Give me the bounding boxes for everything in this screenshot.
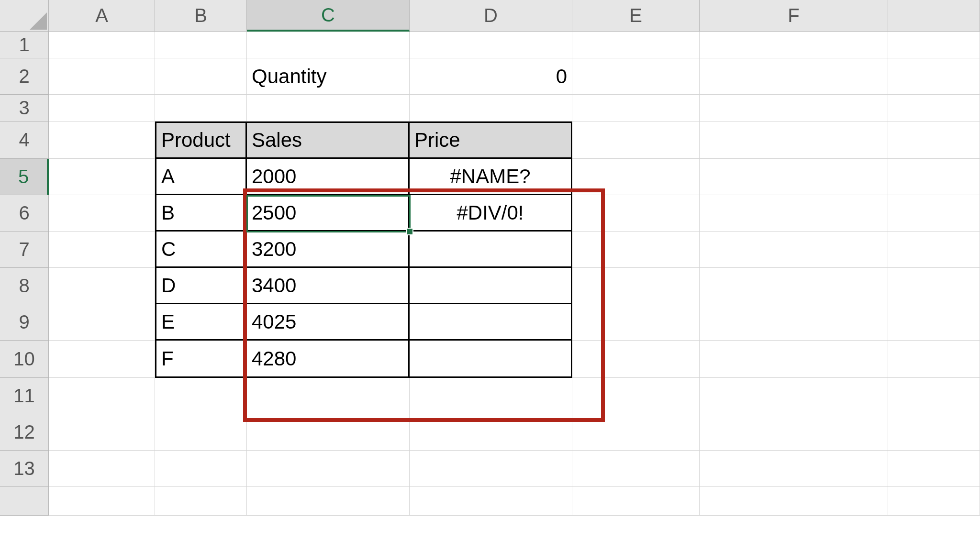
cell-D8[interactable] xyxy=(410,268,572,304)
cell-B12[interactable] xyxy=(155,414,247,451)
cell-partial-13[interactable] xyxy=(888,451,980,487)
row-header-10[interactable]: 10 xyxy=(0,341,49,378)
cell-E6[interactable] xyxy=(572,195,700,232)
row-header-11[interactable]: 11 xyxy=(0,378,49,414)
cell-A11[interactable] xyxy=(49,378,155,414)
cell-E12[interactable] xyxy=(572,414,700,451)
column-header-E[interactable]: E xyxy=(572,0,700,32)
row-header-1[interactable]: 1 xyxy=(0,32,49,58)
cell-B11[interactable] xyxy=(155,378,247,414)
cell-E8[interactable] xyxy=(572,268,700,304)
cell-A6[interactable] xyxy=(49,195,155,232)
cell-A1[interactable] xyxy=(49,32,155,58)
cell-E14[interactable] xyxy=(572,487,700,516)
cell-D10[interactable] xyxy=(410,341,572,378)
cell-C13[interactable] xyxy=(247,451,410,487)
cell-B5[interactable]: A xyxy=(155,159,247,195)
cell-A4[interactable] xyxy=(49,121,155,159)
cell-E11[interactable] xyxy=(572,378,700,414)
cell-partial-1[interactable] xyxy=(888,32,980,58)
column-header-partial[interactable] xyxy=(888,0,980,32)
cell-C12[interactable] xyxy=(247,414,410,451)
cell-B2[interactable] xyxy=(155,58,247,95)
cell-D3[interactable] xyxy=(410,95,572,121)
column-header-A[interactable]: A xyxy=(49,0,155,32)
row-header-7[interactable]: 7 xyxy=(0,232,49,268)
cell-D11[interactable] xyxy=(410,378,572,414)
cell-B14[interactable] xyxy=(155,487,247,516)
cell-F4[interactable] xyxy=(700,121,888,159)
cell-D4[interactable]: Price xyxy=(410,121,572,159)
cell-partial-2[interactable] xyxy=(888,58,980,95)
row-header-4[interactable]: 4 xyxy=(0,121,49,159)
cell-F2[interactable] xyxy=(700,58,888,95)
cell-F9[interactable] xyxy=(700,304,888,341)
row-header-14[interactable] xyxy=(0,487,49,516)
cell-A3[interactable] xyxy=(49,95,155,121)
row-header-2[interactable]: 2 xyxy=(0,58,49,95)
cell-C10[interactable]: 4280 xyxy=(247,341,410,378)
cell-F11[interactable] xyxy=(700,378,888,414)
cell-A13[interactable] xyxy=(49,451,155,487)
cell-partial-7[interactable] xyxy=(888,232,980,268)
cell-C14[interactable] xyxy=(247,487,410,516)
row-header-5[interactable]: 5 xyxy=(0,159,49,195)
cell-E13[interactable] xyxy=(572,451,700,487)
cell-B1[interactable] xyxy=(155,32,247,58)
cell-F3[interactable] xyxy=(700,95,888,121)
cell-D7[interactable] xyxy=(410,232,572,268)
cell-F5[interactable] xyxy=(700,159,888,195)
cell-E4[interactable] xyxy=(572,121,700,159)
column-header-B[interactable]: B xyxy=(155,0,247,32)
cell-D13[interactable] xyxy=(410,451,572,487)
cell-F7[interactable] xyxy=(700,232,888,268)
cell-partial-14[interactable] xyxy=(888,487,980,516)
cell-C9[interactable]: 4025 xyxy=(247,304,410,341)
cell-A8[interactable] xyxy=(49,268,155,304)
cell-A10[interactable] xyxy=(49,341,155,378)
cell-C8[interactable]: 3400 xyxy=(247,268,410,304)
cell-D6[interactable]: #DIV/0! xyxy=(410,195,572,232)
cell-partial-3[interactable] xyxy=(888,95,980,121)
cell-A5[interactable] xyxy=(49,159,155,195)
cell-C5[interactable]: 2000 xyxy=(247,159,410,195)
cell-C7[interactable]: 3200 xyxy=(247,232,410,268)
cell-E2[interactable] xyxy=(572,58,700,95)
cell-F6[interactable] xyxy=(700,195,888,232)
cell-D2[interactable]: 0 xyxy=(410,58,572,95)
cell-D14[interactable] xyxy=(410,487,572,516)
cell-B7[interactable]: C xyxy=(155,232,247,268)
row-header-9[interactable]: 9 xyxy=(0,304,49,341)
cell-A14[interactable] xyxy=(49,487,155,516)
cell-C1[interactable] xyxy=(247,32,410,58)
row-header-6[interactable]: 6 xyxy=(0,195,49,232)
row-header-13[interactable]: 13 xyxy=(0,451,49,487)
cell-E7[interactable] xyxy=(572,232,700,268)
cell-C11[interactable] xyxy=(247,378,410,414)
cell-B3[interactable] xyxy=(155,95,247,121)
cell-F8[interactable] xyxy=(700,268,888,304)
cell-A2[interactable] xyxy=(49,58,155,95)
row-header-3[interactable]: 3 xyxy=(0,95,49,121)
cell-C6[interactable]: 2500 xyxy=(247,195,410,232)
cell-partial-5[interactable] xyxy=(888,159,980,195)
column-header-F[interactable]: F xyxy=(700,0,888,32)
cell-C2[interactable]: Quantity xyxy=(247,58,410,95)
column-header-D[interactable]: D xyxy=(410,0,572,32)
cell-partial-6[interactable] xyxy=(888,195,980,232)
cell-F12[interactable] xyxy=(700,414,888,451)
cell-D12[interactable] xyxy=(410,414,572,451)
cell-partial-11[interactable] xyxy=(888,378,980,414)
cell-partial-9[interactable] xyxy=(888,304,980,341)
cell-A9[interactable] xyxy=(49,304,155,341)
cell-E5[interactable] xyxy=(572,159,700,195)
cell-partial-10[interactable] xyxy=(888,341,980,378)
row-header-12[interactable]: 12 xyxy=(0,414,49,451)
cell-D5[interactable]: #NAME? xyxy=(410,159,572,195)
cell-D1[interactable] xyxy=(410,32,572,58)
cell-E3[interactable] xyxy=(572,95,700,121)
cell-F14[interactable] xyxy=(700,487,888,516)
cell-E10[interactable] xyxy=(572,341,700,378)
cell-partial-8[interactable] xyxy=(888,268,980,304)
cell-B9[interactable]: E xyxy=(155,304,247,341)
